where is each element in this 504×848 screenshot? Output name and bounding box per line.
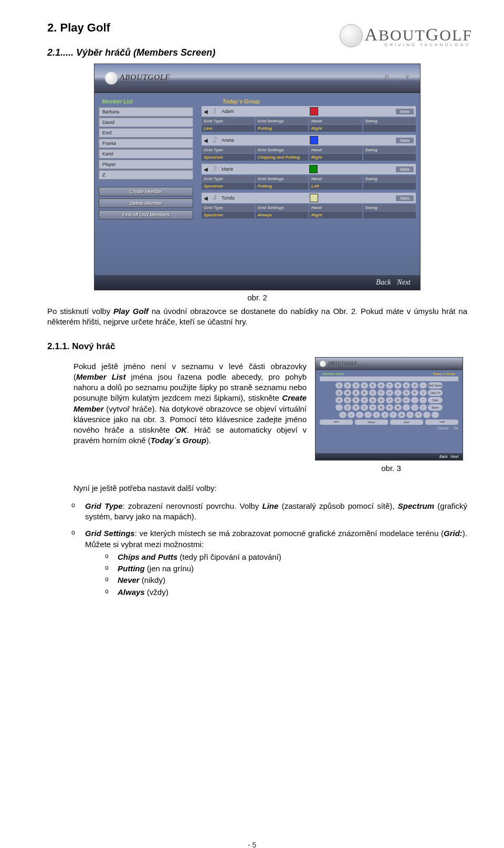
keyboard-key[interactable]: ,: [403, 404, 410, 411]
keyboard-key[interactable]: U: [386, 390, 393, 396]
val-swing[interactable]: [363, 154, 416, 161]
val-swing[interactable]: [363, 212, 416, 218]
val-grid-type[interactable]: Spectrum: [202, 183, 255, 190]
window-help-button[interactable]: P: [448, 362, 450, 366]
keyboard-key[interactable]: Y: [377, 390, 385, 396]
keyboard-key[interactable]: 7: [386, 382, 393, 389]
nav-home-button[interactable]: Home: [355, 420, 388, 425]
nav-prev-button[interactable]: ⟵: [320, 420, 353, 425]
keyboard-key[interactable]: C: [361, 404, 368, 411]
keyboard-key[interactable]: H: [377, 397, 385, 403]
next-button[interactable]: Next: [451, 455, 458, 458]
player-color-swatch[interactable]: [309, 165, 318, 173]
keyboard-key[interactable]: :: [411, 397, 418, 403]
keyboard-key[interactable]: 5: [369, 382, 376, 389]
val-hand[interactable]: Right: [309, 125, 362, 132]
keyboard-key[interactable]: [432, 412, 439, 418]
val-grid-type[interactable]: Line: [202, 125, 255, 132]
arrow-left-icon[interactable]: ◀: [204, 195, 208, 201]
keyboard-key[interactable]: Back Space: [428, 382, 443, 389]
keyboard-key[interactable]: ;: [411, 404, 418, 411]
keyboard-key[interactable]: Clear: [428, 397, 443, 403]
keyboard-key[interactable]: ): [381, 412, 388, 418]
window-help-button[interactable]: P: [384, 74, 389, 82]
member-row[interactable]: Emil: [99, 128, 193, 138]
member-row[interactable]: Barbora: [99, 107, 193, 117]
back-button[interactable]: Back: [439, 455, 448, 458]
member-row[interactable]: Player: [99, 160, 193, 169]
keyboard-key[interactable]: !: [406, 412, 414, 418]
val-hand[interactable]: Right: [309, 212, 362, 218]
keyboard-key[interactable]: 6: [377, 382, 385, 389]
keyboard-key[interactable]: V: [369, 404, 376, 411]
keyboard-key[interactable]: W: [344, 390, 351, 396]
player-color-swatch[interactable]: [310, 107, 318, 116]
member-row[interactable]: Karel: [99, 149, 193, 159]
arrow-left-icon[interactable]: ◀: [204, 138, 208, 143]
nav-end-button[interactable]: End: [390, 420, 423, 425]
keyboard-key[interactable]: Caps On: [428, 390, 443, 396]
back-button[interactable]: Back: [376, 278, 391, 287]
keyboard-key[interactable]: J: [386, 397, 393, 403]
val-grid-type[interactable]: Spectrum: [202, 212, 255, 218]
arrow-left-icon[interactable]: ◀: [204, 166, 208, 172]
keyboard-key[interactable]: R: [361, 390, 368, 396]
stats-button[interactable]: Stats: [396, 138, 414, 143]
keyboard-key[interactable]: X: [352, 404, 360, 411]
create-member-button[interactable]: Create Member: [99, 187, 193, 196]
keyboard-key[interactable]: *: [390, 412, 397, 418]
keyboard-key[interactable]: K: [394, 397, 402, 403]
window-close-button[interactable]: X: [405, 74, 410, 82]
keyboard-key[interactable]: D: [352, 397, 360, 403]
keyboard-key[interactable]: Z: [344, 404, 351, 411]
nav-next-button[interactable]: ⟶: [425, 420, 458, 425]
val-swing[interactable]: [363, 125, 416, 132]
window-minimize-button[interactable]: _: [452, 362, 454, 366]
val-hand[interactable]: Left: [309, 183, 362, 190]
keyboard-key[interactable]: 3: [352, 382, 360, 389]
keyboard-key[interactable]: A: [335, 397, 343, 403]
keyboard-key[interactable]: M: [394, 404, 402, 411]
val-grid-type[interactable]: Spectrum: [202, 154, 255, 161]
stats-button[interactable]: Stats: [396, 195, 414, 201]
keyboard-key[interactable]: ↑: [339, 412, 346, 418]
keyboard-key[interactable]: F: [361, 397, 368, 403]
keyboard-key[interactable]: E: [352, 390, 360, 396]
player-color-swatch[interactable]: [310, 136, 318, 144]
member-name-input[interactable]: [320, 376, 458, 381]
delete-member-button[interactable]: Delete Member: [99, 198, 193, 208]
val-grid-settings[interactable]: Always: [256, 212, 309, 218]
member-row[interactable]: Z: [99, 170, 193, 180]
keyboard-key[interactable]: ?: [415, 412, 422, 418]
keyboard-key[interactable]: G: [369, 397, 376, 403]
keyboard-key[interactable]: →: [364, 412, 372, 418]
keyboard-key[interactable]: -: [419, 382, 427, 389]
keyboard-key[interactable]: I: [394, 390, 402, 396]
val-grid-settings[interactable]: Putting: [256, 125, 309, 132]
keyboard-key[interactable]: 8: [394, 382, 402, 389]
ok-button[interactable]: Ok: [454, 426, 458, 430]
keyboard-key[interactable]: O: [403, 390, 410, 396]
val-grid-settings[interactable]: Putting: [256, 183, 309, 190]
stats-button[interactable]: Stats: [396, 166, 414, 172]
keyboard-key[interactable]: N: [386, 404, 393, 411]
keyboard-key[interactable]: ←: [356, 412, 363, 418]
keyboard-key[interactable]: ↓: [348, 412, 355, 418]
keyboard-key[interactable]: [: [419, 390, 427, 396]
keyboard-key[interactable]: ': [419, 397, 427, 403]
keyboard-key[interactable]: 1: [335, 382, 343, 389]
member-row[interactable]: David: [99, 118, 193, 127]
keyboard-key[interactable]: 4: [361, 382, 368, 389]
keyboard-key[interactable]: T: [369, 390, 376, 396]
keyboard-key[interactable]: Space: [428, 404, 443, 411]
keyboard-key[interactable]: &: [398, 412, 405, 418]
keyboard-key[interactable]: Q: [335, 390, 343, 396]
member-row[interactable]: Franta: [99, 139, 193, 148]
val-swing[interactable]: [363, 183, 416, 190]
arrow-left-icon[interactable]: ◀: [204, 109, 208, 114]
window-minimize-button[interactable]: _: [395, 74, 398, 82]
keyboard-key[interactable]: .: [335, 404, 343, 411]
val-grid-settings[interactable]: Chipping and Putting: [256, 154, 309, 161]
keyboard-key[interactable]: /: [419, 404, 427, 411]
window-close-button[interactable]: X: [456, 362, 458, 366]
